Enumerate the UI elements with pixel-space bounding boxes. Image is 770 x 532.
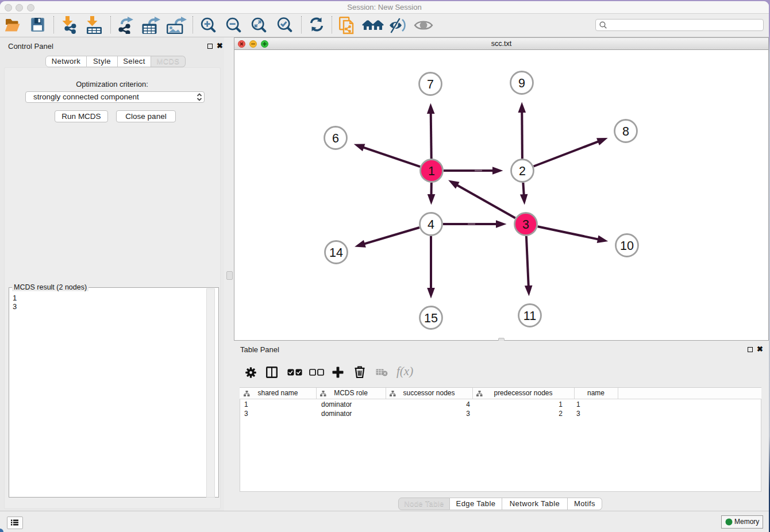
svg-text:11: 11 — [523, 309, 536, 323]
svg-text:8: 8 — [622, 125, 629, 138]
svg-text:9: 9 — [518, 76, 525, 90]
svg-text:1: 1 — [428, 164, 435, 178]
svg-text:14: 14 — [329, 246, 343, 260]
svg-text:10: 10 — [620, 239, 634, 253]
svg-text:15: 15 — [424, 311, 438, 325]
svg-text:2: 2 — [519, 164, 526, 178]
svg-text:7: 7 — [427, 78, 434, 91]
svg-text:6: 6 — [332, 132, 339, 145]
svg-text:4: 4 — [428, 218, 434, 232]
svg-text:3: 3 — [522, 218, 529, 232]
